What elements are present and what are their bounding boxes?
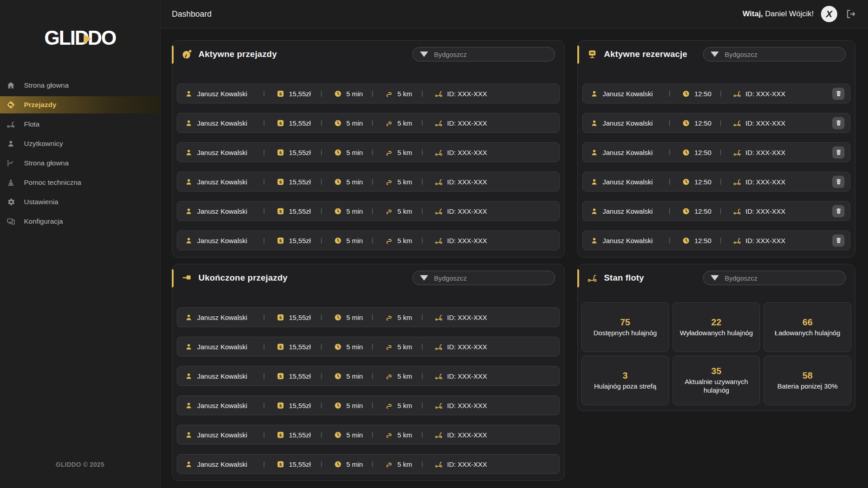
reservation-time: 12:50 xyxy=(694,149,712,156)
sidebar-item-strona-g-owna[interactable]: Strona głowna xyxy=(0,155,160,172)
separator xyxy=(669,208,670,214)
scooter-id: ID: XXX-XXX xyxy=(447,372,487,380)
ride-price: 15,55zł xyxy=(289,178,311,186)
person-icon xyxy=(184,313,193,322)
city-dropdown[interactable]: Bydgoszcz xyxy=(412,47,555,61)
trash-icon xyxy=(835,237,842,244)
price-icon: $ xyxy=(276,148,285,157)
person-icon xyxy=(590,89,599,98)
person-icon xyxy=(184,401,193,410)
delete-reservation-button[interactable] xyxy=(832,205,844,217)
delete-reservation-button[interactable] xyxy=(832,176,844,188)
panel-title: Ukończone przejazdy xyxy=(198,273,288,283)
panel-header: Aktywne rezerwacje Bydgoszcz xyxy=(578,41,855,63)
sidebar-item-ustawienia[interactable]: Ustawienia xyxy=(0,193,160,211)
ride-distance: 5 km xyxy=(397,314,412,321)
ride-time: 5 min xyxy=(346,431,363,439)
clock-icon xyxy=(334,89,342,98)
scooter-icon xyxy=(733,89,741,98)
separator xyxy=(372,150,373,155)
svg-text:$: $ xyxy=(279,209,282,214)
price-icon: $ xyxy=(276,343,285,351)
scooter-icon xyxy=(434,313,443,322)
sidebar: GLID DO Strona głowna Przejazdy Flota Uz… xyxy=(0,0,160,488)
route-icon xyxy=(385,372,393,380)
ride-price: 15,55zł xyxy=(289,402,311,409)
clock-icon xyxy=(334,178,342,186)
delete-reservation-button[interactable] xyxy=(832,88,844,100)
logout-icon[interactable] xyxy=(844,8,856,20)
stat-card-hulajn-g-poza-stref: 3 Hulajnóg poza strefą xyxy=(581,356,669,405)
person-icon xyxy=(184,89,193,98)
ride-price: 15,55zł xyxy=(289,207,311,215)
delete-reservation-button[interactable] xyxy=(832,146,844,159)
scooter-icon xyxy=(434,236,443,245)
sidebar-item-konfiguracja[interactable]: Konfiguracja xyxy=(0,213,160,230)
ride-time: 5 min xyxy=(346,90,363,98)
ride-row: Janusz Kowalski $15,55zł 5 min 5 km ID: … xyxy=(177,113,560,133)
delete-reservation-button[interactable] xyxy=(832,117,844,129)
ride-distance: 5 km xyxy=(397,178,412,186)
person-icon xyxy=(184,148,193,157)
city-dropdown[interactable]: Bydgoszcz xyxy=(703,47,846,61)
ride-distance: 5 km xyxy=(397,343,412,351)
sidebar-item-flota[interactable]: Flota xyxy=(0,116,160,133)
city-dropdown-value: Bydgoszcz xyxy=(434,274,467,282)
stat-card-adowanych-hulajn-g: 66 Ładowanych hulajnóg xyxy=(764,302,851,352)
separator xyxy=(422,461,423,467)
panel-header: Aktywne przejazdy Bydgoszcz xyxy=(172,41,564,63)
ride-distance: 5 km xyxy=(397,119,412,127)
person-icon xyxy=(184,460,193,469)
ride-time: 5 min xyxy=(346,343,363,351)
page-title: Dashboard xyxy=(172,9,212,19)
ride-distance: 5 km xyxy=(397,207,412,215)
separator xyxy=(372,120,373,126)
stat-label: Wyładowanych hulajnóg xyxy=(680,329,753,338)
delete-reservation-button[interactable] xyxy=(832,235,844,247)
separator xyxy=(372,208,373,214)
clock-icon xyxy=(334,148,342,157)
panel-active-rides: Aktywne przejazdy Bydgoszcz Janusz Kowal… xyxy=(172,40,565,258)
clock-icon xyxy=(682,148,690,157)
city-dropdown[interactable]: Bydgoszcz xyxy=(703,271,846,285)
route-icon xyxy=(385,148,393,157)
ride-rows: Janusz Kowalski $15,55zł 5 min 5 km ID: … xyxy=(177,84,560,250)
svg-text:$: $ xyxy=(279,91,282,96)
person-icon xyxy=(590,236,599,245)
scooter-id: ID: XXX-XXX xyxy=(447,460,487,468)
reservation-time: 12:50 xyxy=(694,178,712,186)
separator xyxy=(720,91,721,97)
separator xyxy=(321,238,322,244)
person-icon xyxy=(590,178,599,186)
topbar-right: Witaj, Daniel Wójcik! X xyxy=(742,5,856,23)
greeting-name: Daniel Wójcik! xyxy=(763,9,814,18)
price-icon: $ xyxy=(276,207,285,216)
dashboard-content: Aktywne przejazdy Bydgoszcz Janusz Kowal… xyxy=(160,28,868,481)
person-icon xyxy=(184,343,193,351)
nav-item-label: Uzytkownicy xyxy=(24,140,63,148)
avatar[interactable]: X xyxy=(821,5,838,23)
separator xyxy=(422,120,423,126)
separator xyxy=(321,344,322,350)
separator xyxy=(321,373,322,379)
panel-accent-bar xyxy=(172,269,174,287)
price-icon: $ xyxy=(276,372,285,380)
play-triangle-icon xyxy=(84,34,91,44)
ride-price: 15,55zł xyxy=(289,431,311,439)
separator xyxy=(372,461,373,467)
sidebar-item-uzytkownicy[interactable]: Uzytkownicy xyxy=(0,135,160,152)
sidebar-item-pomoc-techniczna[interactable]: Pomoc techniczna xyxy=(0,174,160,191)
svg-text:$: $ xyxy=(279,150,282,155)
sidebar-item-przejazdy[interactable]: Przejazdy xyxy=(0,96,160,113)
price-icon: $ xyxy=(276,119,285,127)
rider-name: Janusz Kowalski xyxy=(603,178,653,186)
sidebar-item-strona-g-owna[interactable]: Strona głowna xyxy=(0,77,160,94)
price-icon: $ xyxy=(276,236,285,245)
completed-ride-row: Janusz Kowalski $15,55zł 5 min 5 km ID: … xyxy=(177,454,560,474)
route-icon xyxy=(385,236,393,245)
scooter-id: ID: XXX-XXX xyxy=(447,207,487,215)
app-logo: GLID DO xyxy=(0,27,160,49)
separator xyxy=(372,403,373,408)
city-dropdown[interactable]: Bydgoszcz xyxy=(412,271,555,285)
clock-icon xyxy=(334,207,342,216)
